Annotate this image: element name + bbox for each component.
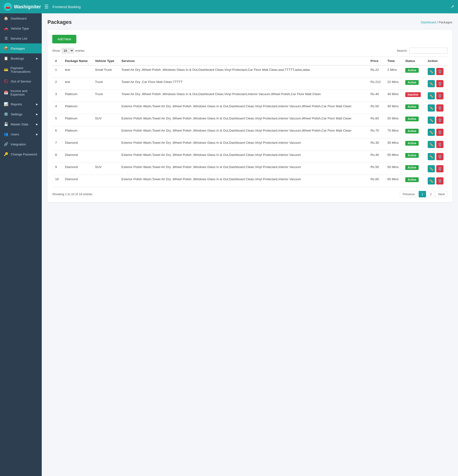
sidebar-item-out-of-service[interactable]: 🚫 Out of Service: [0, 76, 42, 86]
cell-num: 5: [52, 114, 62, 126]
cell-price: Rs.60: [368, 114, 385, 126]
cell-price: Rs.40: [368, 151, 385, 163]
status-badge: Inactive: [405, 92, 421, 97]
cell-status: Active: [402, 151, 425, 163]
cell-time: 40 Mins: [385, 102, 402, 114]
action-buttons: ✏️ 🗑️: [428, 153, 445, 160]
cell-package-name: test: [62, 65, 92, 78]
sidebar-item-change-password[interactable]: 🔑 Change Password: [0, 149, 42, 159]
edit-button[interactable]: ✏️: [428, 129, 435, 136]
add-new-button[interactable]: Add New: [52, 35, 76, 43]
cell-time: 75 Mins: [385, 126, 402, 138]
sidebar-label-bookings: Bookings: [11, 57, 24, 60]
delete-button[interactable]: 🗑️: [436, 92, 443, 99]
table-row: 6 Platinum Exterior Polish Wash,Towel Ai…: [52, 126, 448, 138]
table-row: 1 test Small Truck Towel Air Dry ,Wheel …: [52, 65, 448, 78]
cell-price: Rs.22: [368, 65, 385, 78]
edit-button[interactable]: ✏️: [428, 141, 435, 148]
edit-button[interactable]: ✏️: [428, 117, 435, 124]
action-buttons: ✏️ 🗑️: [428, 141, 445, 148]
cell-num: 9: [52, 163, 62, 175]
delete-button[interactable]: 🗑️: [436, 80, 443, 87]
sidebar-label-payment: Payment Transacations: [10, 66, 38, 73]
search-input[interactable]: [409, 48, 448, 54]
sidebar-item-vehicle-type[interactable]: 🚗 Vehicle Type: [0, 23, 42, 33]
delete-button[interactable]: 🗑️: [436, 104, 443, 111]
main-content: Packages Dashboard / Packages Add New Sh…: [42, 13, 458, 476]
edit-button[interactable]: ✏️: [428, 104, 435, 111]
prev-button[interactable]: Previous: [400, 191, 418, 197]
cell-status: Active: [402, 114, 425, 126]
table-row: 10 Diamond Exterior Polish Wash,Towel Ai…: [52, 175, 448, 187]
delete-button[interactable]: 🗑️: [436, 165, 443, 172]
action-buttons: ✏️ 🗑️: [428, 165, 445, 172]
edit-button[interactable]: ✏️: [428, 68, 435, 75]
cell-time: 2 Mins: [385, 65, 402, 78]
page-1-button[interactable]: 1: [419, 191, 426, 197]
action-buttons: ✏️ 🗑️: [428, 68, 445, 75]
cell-vehicle-type: [92, 151, 119, 163]
cell-services: Towel Air Dry ,Car Floor Matt Clean,TTTT…: [119, 78, 368, 90]
sidebar-item-income-expenses[interactable]: 📅 Income and Expenses: [0, 86, 42, 99]
sidebar-item-integration[interactable]: 🔗 Integration: [0, 139, 42, 149]
users-icon: 👥: [4, 132, 8, 136]
reports-icon: 📊: [4, 102, 8, 106]
sidebar-label-integration: Integration: [11, 143, 26, 146]
sidebar-item-reports[interactable]: 📊 Reports ▶: [0, 99, 42, 109]
packages-icon: 📦: [4, 46, 8, 51]
pagination: Previous 1 2 Next: [400, 191, 448, 197]
col-action: Action: [425, 57, 448, 66]
cell-package-name: Platinum: [62, 90, 92, 102]
delete-button[interactable]: 🗑️: [436, 129, 443, 136]
topnav-external-icon[interactable]: ↗: [451, 4, 454, 9]
action-buttons: ✏️ 🗑️: [428, 117, 445, 124]
cell-time: 40 Mins: [385, 90, 402, 102]
edit-button[interactable]: ✏️: [428, 177, 435, 185]
status-badge: Active: [405, 165, 419, 170]
delete-button[interactable]: 🗑️: [436, 141, 443, 148]
breadcrumb-home-link[interactable]: Dashboard: [421, 20, 436, 24]
cell-time: 30 Mins: [385, 138, 402, 151]
sidebar-label-packages: Packages: [11, 47, 25, 50]
next-button[interactable]: Next: [435, 191, 448, 197]
delete-button[interactable]: 🗑️: [436, 68, 443, 75]
sidebar-item-service-list[interactable]: ☰ Service List: [0, 33, 42, 43]
change-password-icon: 🔑: [4, 152, 8, 156]
breadcrumb-current: Packages: [439, 20, 452, 24]
delete-button[interactable]: 🗑️: [436, 177, 443, 185]
edit-button[interactable]: ✏️: [428, 153, 435, 160]
sidebar-item-payment-transactions[interactable]: 💳 Payment Transacations: [0, 63, 42, 76]
sidebar-item-settings[interactable]: ⚙️ Settings ▶: [0, 109, 42, 119]
delete-button[interactable]: 🗑️: [436, 153, 443, 160]
edit-button[interactable]: ✏️: [428, 92, 435, 99]
sidebar-item-users[interactable]: 👥 Users ▶: [0, 129, 42, 139]
show-label: Show: [52, 49, 60, 52]
sidebar-label-vehicle-type: Vehicle Type: [11, 27, 29, 30]
sidebar-item-bookings[interactable]: 📋 Bookings ▶: [0, 53, 42, 63]
edit-button[interactable]: ✏️: [428, 165, 435, 172]
cell-vehicle-type: SUV: [92, 163, 119, 175]
status-badge: Active: [405, 129, 419, 134]
sidebar-item-packages[interactable]: 📦 Packages: [0, 43, 42, 53]
page-2-button[interactable]: 2: [427, 191, 434, 197]
bookings-icon: 📋: [4, 56, 8, 60]
edit-button[interactable]: ✏️: [428, 80, 435, 87]
cell-time: 50 Mins: [385, 151, 402, 163]
table-row: 3 Platinum Truck Towel Air Dry ,Wheel Po…: [52, 90, 448, 102]
cell-time: 65 Mins: [385, 175, 402, 187]
delete-button[interactable]: 🗑️: [436, 117, 443, 124]
table-row: 9 Diamond SUV Exterior Polish Wash,Towel…: [52, 163, 448, 175]
cell-num: 6: [52, 126, 62, 138]
menu-icon[interactable]: ☰: [44, 4, 49, 9]
sidebar-label-reports: Reports: [11, 102, 22, 106]
cell-action: ✏️ 🗑️: [425, 138, 448, 151]
cell-vehicle-type: [92, 102, 119, 114]
sidebar-item-master-data[interactable]: 💾 Master Data ▶: [0, 119, 42, 129]
table-row: 4 Platinum Exterior Polish Wash,Towel Ai…: [52, 102, 448, 114]
cell-price: Rs.40: [368, 90, 385, 102]
sidebar-item-dashboard[interactable]: 🏠 Dashboard: [0, 13, 42, 23]
cell-status: Active: [402, 65, 425, 78]
pagination-bar: Showing 1 to 10 of 18 entries Previous 1…: [52, 191, 448, 197]
cell-action: ✏️ 🗑️: [425, 65, 448, 78]
entries-select[interactable]: 10 25 50 100: [62, 48, 74, 53]
